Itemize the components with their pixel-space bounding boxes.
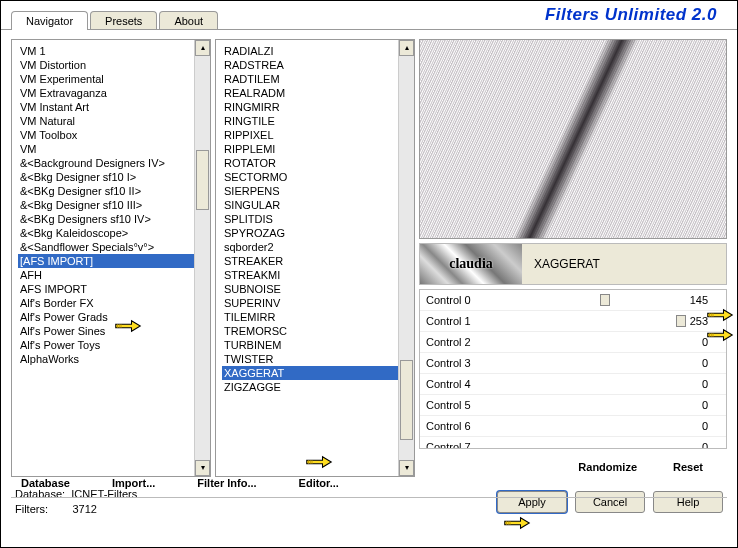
list-item[interactable]: VM Experimental (18, 72, 208, 86)
list-item[interactable]: sqborder2 (222, 240, 412, 254)
bottom-buttons: Database Import... Filter Info... Editor… (11, 469, 421, 497)
control-value: 0 (678, 399, 708, 411)
control-label: Control 7 (426, 441, 496, 449)
list-item[interactable]: VM (18, 142, 208, 156)
filter-header: claudia XAGGERAT (419, 243, 727, 285)
list-item[interactable]: &<BKg Designer sf10 II> (18, 184, 208, 198)
list-item[interactable]: TURBINEM (222, 338, 412, 352)
control-row[interactable]: Control 0145 (420, 290, 726, 311)
list-item[interactable]: ROTATOR (222, 156, 412, 170)
filterinfo-button[interactable]: Filter Info... (191, 475, 262, 491)
list-item[interactable]: VM Instant Art (18, 100, 208, 114)
list-item[interactable]: Alf's Power Sines (18, 324, 208, 338)
list-item[interactable]: TWISTER (222, 352, 412, 366)
editor-button[interactable]: Editor... (293, 475, 345, 491)
list-item[interactable]: ZIGZAGGE (222, 380, 412, 394)
list-item[interactable]: Alf's Power Grads (18, 310, 208, 324)
cancel-button[interactable]: Cancel (575, 491, 645, 513)
filter-list[interactable]: RADIALZIRADSTREARADTILEMREALRADMRINGMIRR… (215, 39, 415, 477)
list-item[interactable]: [AFS IMPORT] (18, 254, 208, 268)
list-item[interactable]: SECTORMO (222, 170, 412, 184)
list-item[interactable]: RADSTREA (222, 58, 412, 72)
list-item[interactable]: SIERPENS (222, 184, 412, 198)
control-value: 0 (678, 336, 708, 348)
control-row[interactable]: Control 30 (420, 353, 726, 374)
list-item[interactable]: AFS IMPORT (18, 282, 208, 296)
list-item[interactable]: TILEMIRR (222, 310, 412, 324)
control-row[interactable]: Control 50 (420, 395, 726, 416)
scroll-up[interactable]: ▴ (399, 40, 414, 56)
category-list[interactable]: VM 1VM DistortionVM ExperimentalVM Extra… (11, 39, 211, 477)
control-label: Control 2 (426, 336, 496, 348)
list-item[interactable]: Alf's Power Toys (18, 338, 208, 352)
list-item[interactable]: Alf's Border FX (18, 296, 208, 310)
tab-divider (1, 29, 737, 30)
control-value: 0 (678, 441, 708, 449)
control-row[interactable]: Control 70 (420, 437, 726, 449)
list-item[interactable]: SUBNOISE (222, 282, 412, 296)
list-item[interactable]: AlphaWorks (18, 352, 208, 366)
list-item[interactable]: VM Toolbox (18, 128, 208, 142)
scrollbar[interactable]: ▴ ▾ (194, 40, 210, 476)
list-item[interactable]: XAGGERAT (222, 366, 412, 380)
list-item[interactable]: RADTILEM (222, 72, 412, 86)
list-item[interactable]: VM Extravaganza (18, 86, 208, 100)
list-item[interactable]: SINGULAR (222, 198, 412, 212)
reset-button[interactable]: Reset (667, 459, 709, 475)
control-row[interactable]: Control 1253 (420, 311, 726, 332)
list-item[interactable]: VM Natural (18, 114, 208, 128)
slider[interactable] (496, 419, 678, 433)
list-item[interactable]: RIPPIXEL (222, 128, 412, 142)
list-item[interactable]: REALRADM (222, 86, 412, 100)
logo: claudia (420, 244, 522, 284)
slider[interactable] (496, 398, 678, 412)
list-item[interactable]: RINGMIRR (222, 100, 412, 114)
tab-presets[interactable]: Presets (90, 11, 157, 30)
import-button[interactable]: Import... (106, 475, 161, 491)
control-label: Control 5 (426, 399, 496, 411)
apply-button[interactable]: Apply (497, 491, 567, 513)
list-item[interactable]: SPYROZAG (222, 226, 412, 240)
list-item[interactable]: VM Distortion (18, 58, 208, 72)
slider[interactable] (496, 356, 678, 370)
list-item[interactable]: TREMORSC (222, 324, 412, 338)
list-item[interactable]: SUPERINV (222, 296, 412, 310)
list-item[interactable]: RIPPLEMI (222, 142, 412, 156)
list-item[interactable]: &<Bkg Designer sf10 III> (18, 198, 208, 212)
list-item[interactable]: &<Bkg Designer sf10 I> (18, 170, 208, 184)
scroll-thumb[interactable] (400, 360, 413, 440)
control-row[interactable]: Control 40 (420, 374, 726, 395)
control-row[interactable]: Control 20 (420, 332, 726, 353)
control-label: Control 1 (426, 315, 496, 327)
list-item[interactable]: &<BKg Designers sf10 IV> (18, 212, 208, 226)
slider[interactable] (496, 377, 678, 391)
list-item[interactable]: RINGTILE (222, 114, 412, 128)
list-item[interactable]: &<Bkg Kaleidoscope> (18, 226, 208, 240)
control-buttons: Randomize Reset (419, 453, 727, 477)
tab-navigator[interactable]: Navigator (11, 11, 88, 30)
list-item[interactable]: SPLITDIS (222, 212, 412, 226)
list-item[interactable]: AFH (18, 268, 208, 282)
list-item[interactable]: VM 1 (18, 44, 208, 58)
list-item[interactable]: &<Sandflower Specials°v°> (18, 240, 208, 254)
list-item[interactable]: STREAKER (222, 254, 412, 268)
control-row[interactable]: Control 60 (420, 416, 726, 437)
slider-thumb[interactable] (600, 294, 610, 306)
slider[interactable] (496, 335, 678, 349)
list-item[interactable]: RADIALZI (222, 44, 412, 58)
tab-about[interactable]: About (159, 11, 218, 30)
scroll-up[interactable]: ▴ (195, 40, 210, 56)
control-value: 0 (678, 420, 708, 432)
list-item[interactable]: STREAKMI (222, 268, 412, 282)
help-button[interactable]: Help (653, 491, 723, 513)
scroll-thumb[interactable] (196, 150, 209, 210)
slider-thumb[interactable] (676, 315, 686, 327)
slider[interactable] (496, 293, 678, 307)
list-item[interactable]: &<Background Designers IV> (18, 156, 208, 170)
database-button[interactable]: Database (15, 475, 76, 491)
randomize-button[interactable]: Randomize (572, 459, 643, 475)
slider[interactable] (496, 440, 678, 449)
slider[interactable] (496, 314, 678, 328)
scrollbar[interactable]: ▴ ▾ (398, 40, 414, 476)
action-buttons: Apply Cancel Help (497, 491, 723, 513)
